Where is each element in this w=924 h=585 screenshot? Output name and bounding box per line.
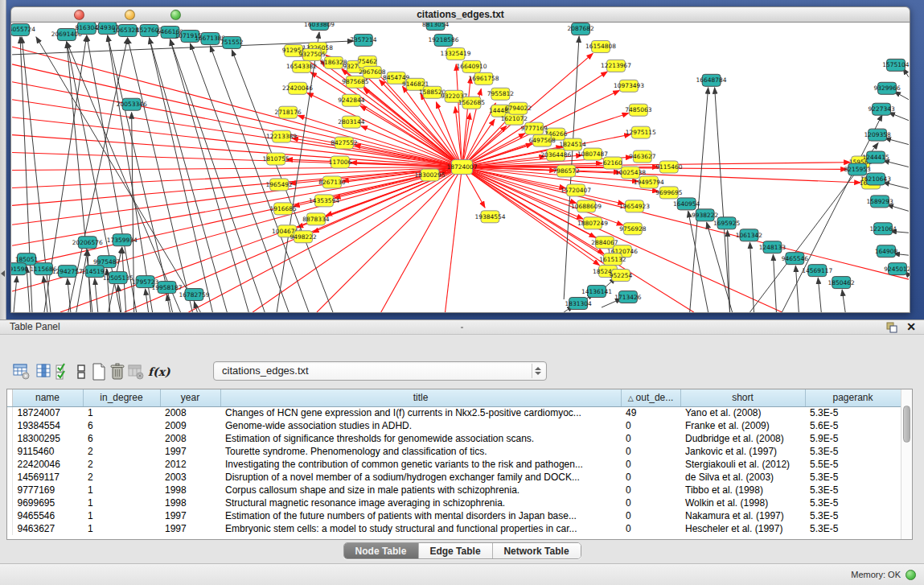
citation-edge-red[interactable] — [456, 64, 462, 167]
collapse-left-arrow-icon[interactable] — [1, 270, 5, 277]
table-cell[interactable]: Changes of HCN gene expression and I(f) … — [220, 406, 621, 419]
table-cell[interactable]: 5.3E-5 — [805, 445, 901, 458]
new-column-icon[interactable] — [90, 362, 108, 381]
table-row[interactable]: 2242004622012Investigating the contribut… — [7, 458, 901, 471]
table-cell[interactable]: 18300295 — [12, 432, 83, 445]
table-cell[interactable]: Corpus callosum shape and size in male p… — [220, 484, 621, 496]
close-traffic-light-icon[interactable] — [74, 10, 84, 20]
table-cell[interactable]: 2003 — [160, 471, 220, 484]
table-cell[interactable]: 2012 — [160, 458, 220, 471]
citation-edge-black[interactable] — [14, 276, 17, 312]
table-row[interactable]: 1938455462009Genome-wide association stu… — [7, 419, 901, 432]
table-cell[interactable]: Embryonic stem cells: a model to study s… — [220, 522, 621, 535]
table-mode-icon[interactable] — [13, 362, 31, 381]
citation-edge-black[interactable] — [887, 204, 909, 211]
table-cell[interactable]: 1 — [83, 496, 160, 509]
table-cell[interactable]: 2009 — [160, 419, 220, 432]
table-cell[interactable]: Yano et al. (2008) — [680, 406, 805, 419]
table-cell[interactable]: Stergiakouli et al. (2012) — [680, 458, 805, 471]
table-scrollbar[interactable] — [901, 389, 912, 539]
table-cell[interactable]: 5.5E-5 — [805, 458, 901, 471]
table-cell[interactable]: 1998 — [160, 496, 220, 509]
citation-edge-black[interactable] — [795, 266, 799, 312]
citation-edge-black[interactable] — [194, 302, 197, 312]
citation-edge-black[interactable] — [88, 249, 91, 312]
citation-edge-red[interactable] — [188, 167, 462, 312]
citation-edge-black[interactable] — [146, 289, 149, 312]
table-cell[interactable]: 9115460 — [12, 445, 83, 458]
citation-edge-black[interactable] — [128, 38, 193, 312]
table-cell[interactable]: 5.9E-5 — [805, 432, 901, 445]
tab-network-table[interactable]: Network Table — [492, 543, 581, 558]
column-header-year[interactable]: year — [160, 389, 220, 406]
table-cell[interactable]: 0 — [621, 496, 680, 509]
table-cell[interactable]: 1997 — [160, 445, 220, 458]
table-cell[interactable]: Franke et al. (2009) — [680, 419, 805, 432]
delete-table-icon[interactable] — [127, 362, 145, 381]
divider-drag-handle[interactable] — [460, 326, 464, 329]
table-cell[interactable]: Investigating the contribution of common… — [220, 458, 621, 471]
table-cell[interactable]: Nakamura et al. (1997) — [680, 509, 805, 522]
table-cell[interactable]: Dudbridge et al. (2008) — [680, 432, 805, 445]
table-cell[interactable]: 9465546 — [12, 509, 83, 522]
table-row[interactable]: 946554611997Estimation of the future num… — [7, 509, 901, 522]
table-row[interactable]: 946362711997Embryonic stem cells: a mode… — [7, 522, 901, 535]
citation-edge-black[interactable] — [150, 38, 228, 312]
table-cell[interactable]: 14569117 — [12, 471, 83, 484]
citation-edge-black[interactable] — [108, 35, 153, 312]
network-canvas[interactable]: 2242004627181761221338918107551965492191… — [10, 23, 910, 313]
table-cell[interactable]: 9463627 — [12, 522, 83, 535]
tab-node-table[interactable]: Node Table — [344, 543, 418, 558]
table-selector-dropdown[interactable]: citations_edges.txt — [213, 361, 547, 381]
citation-edge-black[interactable] — [883, 161, 909, 167]
table-cell[interactable]: Wolkin et al. (1998) — [680, 496, 805, 509]
column-header-name[interactable]: name — [12, 389, 83, 406]
citation-edge-black[interactable] — [842, 290, 845, 312]
table-row[interactable]: 911546021997Tourette syndrome. Phenomeno… — [7, 445, 901, 458]
table-cell[interactable]: 0 — [621, 522, 680, 535]
table-cell[interactable]: 1 — [83, 509, 160, 522]
function-builder-icon[interactable]: f(x) — [148, 362, 166, 381]
table-cell[interactable]: 6 — [83, 432, 160, 445]
table-cell[interactable]: 1997 — [160, 509, 220, 522]
table-cell[interactable]: 6 — [83, 419, 160, 432]
close-panel-icon[interactable]: ✕ — [906, 320, 916, 334]
select-columns-icon[interactable] — [55, 362, 72, 381]
table-cell[interactable]: Tourette syndrome. Phenomenology and cla… — [220, 445, 621, 458]
table-cell[interactable]: 0 — [621, 432, 680, 445]
row-height-icon[interactable] — [72, 362, 90, 381]
table-cell[interactable]: Structural magnetic resonance image aver… — [220, 496, 621, 509]
table-cell[interactable]: 0 — [621, 445, 680, 458]
table-cell[interactable]: Hescheler et al. (1997) — [680, 522, 805, 535]
tab-edge-table[interactable]: Edge Table — [418, 543, 492, 558]
network-window-titlebar[interactable]: citations_edges.txt — [10, 6, 910, 23]
citation-edge-black[interactable] — [773, 254, 776, 312]
column-header-out_de[interactable]: △out_de... — [621, 389, 680, 406]
table-cell[interactable]: 18724007 — [12, 406, 83, 419]
citation-edge-black[interactable] — [885, 138, 909, 145]
left-splitpane-divider[interactable] — [0, 0, 6, 319]
delete-columns-icon[interactable] — [109, 362, 126, 381]
column-header-short[interactable]: short — [680, 389, 805, 406]
table-cell[interactable]: 5.6E-5 — [805, 419, 901, 432]
table-cell[interactable]: 1 — [83, 406, 160, 419]
table-cell[interactable]: 5.3E-5 — [805, 484, 901, 496]
table-cell[interactable]: Jankovic et al. (1997) — [680, 445, 805, 458]
table-cell[interactable]: 49 — [621, 406, 680, 419]
table-cell[interactable]: de Silva et al. (2003) — [680, 471, 805, 484]
table-row[interactable]: 1872400712008Changes of HCN gene express… — [7, 406, 901, 419]
table-cell[interactable]: 1 — [83, 522, 160, 535]
citation-edge-red[interactable] — [12, 167, 462, 206]
table-cell[interactable]: 2008 — [160, 406, 220, 419]
table-cell[interactable]: 5.3E-5 — [805, 496, 901, 509]
table-cell[interactable]: 0 — [621, 471, 680, 484]
table-scrollbar-thumb[interactable] — [903, 406, 910, 443]
citation-edge-red[interactable] — [462, 167, 782, 312]
float-panel-icon[interactable] — [886, 322, 898, 333]
citation-edge-black[interactable] — [167, 295, 170, 312]
column-header-pagerank[interactable]: pagerank — [805, 389, 901, 406]
table-cell[interactable]: 9699695 — [12, 496, 83, 509]
table-cell[interactable]: 0 — [621, 484, 680, 496]
table-cell[interactable]: Disruption of a novel member of a sodium… — [220, 471, 621, 484]
table-cell[interactable]: 1 — [83, 484, 160, 496]
